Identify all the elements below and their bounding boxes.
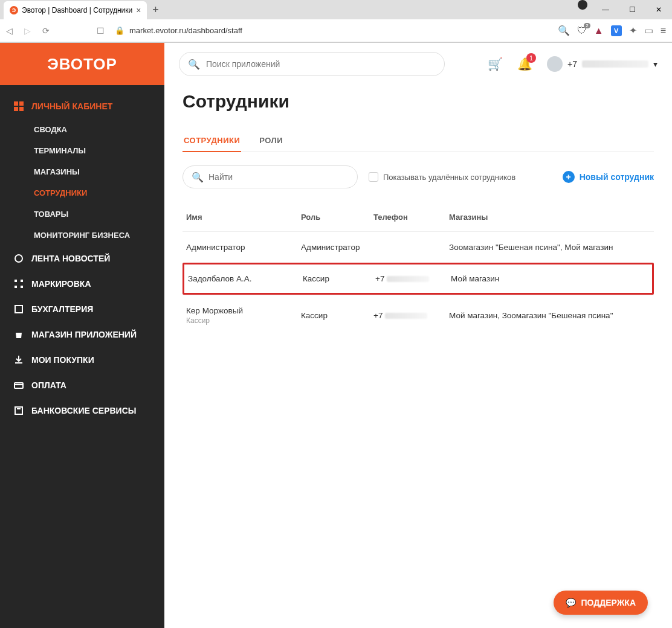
bank-icon — [13, 405, 24, 416]
tab-roles[interactable]: РОЛИ — [258, 130, 284, 152]
download-icon — [13, 354, 24, 365]
svg-rect-3 — [19, 107, 24, 111]
phone-blurred — [387, 276, 429, 282]
show-deleted-toggle[interactable]: Показывать удалённых сотрудников — [369, 172, 515, 182]
sidebar-section-appstore[interactable]: МАГАЗИН ПРИЛОЖЕНИЙ — [0, 322, 164, 347]
sidebar-item-goods[interactable]: ТОВАРЫ — [0, 203, 164, 225]
sidebar-item-stores[interactable]: МАГАЗИНЫ — [0, 161, 164, 182]
staff-table: Имя Роль Телефон Магазины Администратор … — [183, 207, 654, 336]
toolbar-right: 🔍 🛡2 ▲ V ✦ ▭ ≡ — [558, 25, 666, 36]
sidebar-section-dashboard[interactable]: ЛИЧНЫЙ КАБИНЕТ — [0, 94, 164, 119]
menu-icon[interactable]: ≡ — [661, 25, 666, 36]
search-icon: 🔍 — [192, 171, 204, 183]
svg-rect-1 — [19, 101, 24, 106]
bell-icon[interactable]: 🔔1 — [517, 57, 532, 71]
sidebar-section-accounting[interactable]: БУХГАЛТЕРИЯ — [0, 296, 164, 322]
sidebar-item-terminals[interactable]: ТЕРМИНАЛЫ — [0, 140, 164, 161]
marking-icon — [13, 278, 24, 289]
app-search[interactable]: 🔍 — [179, 52, 445, 76]
sidebar-label: ЛЕНТА НОВОСТЕЙ — [31, 254, 110, 263]
svg-rect-2 — [14, 107, 18, 111]
table-row-highlighted[interactable]: Задолбалов А.А. Кассир +7 Мой магазин — [183, 263, 654, 295]
sidebar-label: МОИ ПОКУПКИ — [31, 355, 94, 365]
minimize-button[interactable]: — — [592, 0, 619, 19]
new-employee-button[interactable]: + Новый сотрудник — [563, 171, 654, 183]
page-content: Сотрудники СОТРУДНИКИ РОЛИ 🔍 Показывать … — [164, 85, 672, 354]
notification-badge: 1 — [526, 53, 536, 63]
dashboard-icon — [13, 101, 24, 112]
sidebar-section-news[interactable]: ЛЕНТА НОВОСТЕЙ — [0, 246, 164, 271]
cell-subrole: Кассир — [186, 316, 301, 325]
browser-chrome: Э Эвотор | Dashboard | Сотрудники × + — … — [0, 0, 672, 43]
checkbox-icon[interactable] — [369, 172, 378, 182]
sidebar-section-banking[interactable]: БАНКОВСКИЕ СЕРВИСЫ — [0, 398, 164, 423]
app-search-input[interactable] — [206, 59, 436, 69]
sidebar-section-marking[interactable]: МАРКИРОВКА — [0, 271, 164, 296]
sidebar-item-monitoring[interactable]: МОНИТОРИНГ БИЗНЕСА — [0, 225, 164, 246]
svg-rect-9 — [15, 306, 22, 313]
extensions-icon[interactable]: ✦ — [629, 25, 637, 36]
cell-stores: Мой магазин, Зоомагазин "Бешеная псина" — [449, 311, 650, 320]
svg-point-4 — [15, 255, 22, 262]
new-tab-button[interactable]: + — [147, 4, 164, 16]
accounting-icon — [13, 304, 24, 315]
cell-name: Задолбалов А.А. — [188, 274, 303, 283]
brave-icon[interactable]: ▲ — [594, 25, 604, 36]
controls-row: 🔍 Показывать удалённых сотрудников + Нов… — [183, 165, 654, 188]
show-deleted-label: Показывать удалённых сотрудников — [383, 173, 515, 182]
col-stores: Магазины — [449, 213, 650, 222]
brand-logo[interactable]: ЭВОТОР — [0, 43, 164, 85]
maximize-button[interactable]: ☐ — [619, 0, 645, 19]
address-bar[interactable]: 🔒 market.evotor.ru/dashboard/staff — [115, 26, 551, 35]
reload-button[interactable]: ⟳ — [42, 26, 53, 36]
cell-role: Кассир — [303, 274, 375, 283]
sidebar-section-payment[interactable]: ОПЛАТА — [0, 373, 164, 398]
sidebar-section-purchases[interactable]: МОИ ПОКУПКИ — [0, 347, 164, 373]
sidebar-item-summary[interactable]: СВОДКА — [0, 119, 164, 140]
lock-icon: 🔒 — [115, 26, 124, 35]
support-button[interactable]: 💬 ПОДДЕРЖКА — [554, 591, 648, 615]
cart-icon[interactable]: 🛒 — [488, 57, 503, 71]
url-text: market.evotor.ru/dashboard/staff — [129, 26, 242, 35]
news-icon — [13, 253, 24, 264]
wallet-icon[interactable]: ▭ — [644, 25, 653, 36]
table-row[interactable]: Администратор Администратор Зоомагазин "… — [183, 231, 654, 263]
close-window-button[interactable]: ✕ — [645, 0, 672, 19]
cell-phone: +7 — [375, 274, 451, 283]
user-menu[interactable]: +7 ▾ — [547, 56, 657, 72]
user-phone-prefix: +7 — [567, 59, 577, 69]
tabs: СОТРУДНИКИ РОЛИ — [183, 130, 654, 152]
search-icon: 🔍 — [188, 59, 200, 70]
browser-tab[interactable]: Э Эвотор | Dashboard | Сотрудники × — [4, 1, 147, 19]
find-wrapper[interactable]: 🔍 — [183, 165, 358, 188]
sidebar-label: МАРКИРОВКА — [31, 279, 91, 289]
zoom-icon[interactable]: 🔍 — [558, 25, 570, 36]
cell-role: Администратор — [301, 243, 373, 252]
svg-rect-6 — [21, 280, 23, 282]
cell-name: Кер Моржовый — [186, 306, 301, 315]
back-button[interactable]: ◁ — [6, 26, 17, 36]
cell-name: Администратор — [186, 243, 301, 252]
tab-staff[interactable]: СОТРУДНИКИ — [183, 130, 241, 152]
table-row[interactable]: Кер Моржовый Кассир Кассир +7 Мой магази… — [183, 295, 654, 336]
col-role: Роль — [301, 213, 373, 222]
svg-rect-12 — [15, 407, 22, 414]
bookmark-icon[interactable]: ☐ — [97, 26, 108, 36]
chevron-down-icon: ▾ — [653, 59, 657, 69]
find-input[interactable] — [208, 172, 349, 182]
shield-icon[interactable]: 🛡2 — [577, 25, 587, 36]
titlebar: Э Эвотор | Dashboard | Сотрудники × + — … — [0, 0, 672, 19]
extension-v-icon[interactable]: V — [611, 25, 622, 36]
sidebar-label: МАГАЗИН ПРИЛОЖЕНИЙ — [31, 330, 137, 339]
main-content: 🔍 🛒 🔔1 +7 ▾ Сотрудники СОТРУДНИКИ РОЛИ — [164, 43, 672, 628]
sidebar: ЭВОТОР ЛИЧНЫЙ КАБИНЕТ СВОДКА ТЕРМИНАЛЫ М… — [0, 43, 164, 628]
tab-close-icon[interactable]: × — [136, 5, 141, 15]
forward-button[interactable]: ▷ — [24, 26, 35, 36]
app-root: ЭВОТОР ЛИЧНЫЙ КАБИНЕТ СВОДКА ТЕРМИНАЛЫ М… — [0, 43, 672, 628]
window-controls: — ☐ ✕ — [578, 0, 672, 19]
support-label: ПОДДЕРЖКА — [581, 598, 636, 607]
sidebar-item-staff[interactable]: СОТРУДНИКИ — [0, 182, 164, 203]
card-icon — [13, 380, 24, 391]
tab-title: Эвотор | Dashboard | Сотрудники — [22, 6, 132, 14]
new-employee-label: Новый сотрудник — [580, 172, 654, 182]
